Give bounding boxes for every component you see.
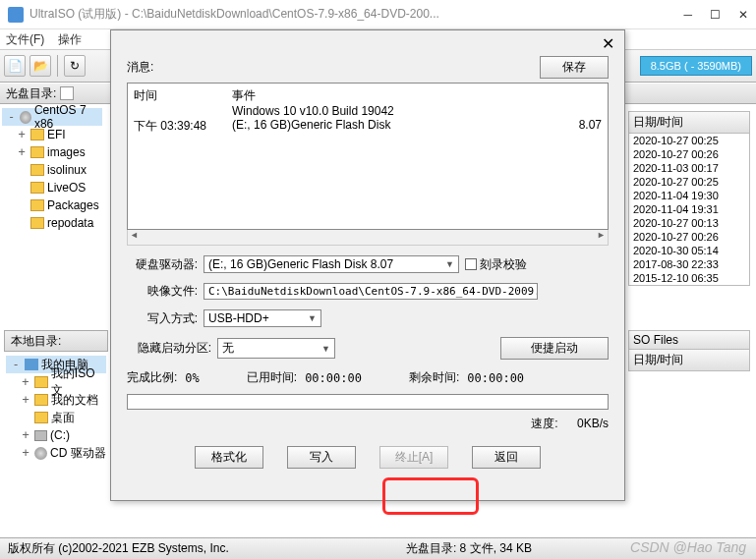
folder-icon [30, 129, 44, 140]
chevron-down-icon: ▼ [308, 313, 317, 323]
disk-panel-label: 光盘目录: [6, 85, 56, 102]
list-item[interactable]: 2017-08-30 22:33 [629, 257, 749, 271]
used-value: 00:00:00 [305, 371, 362, 385]
folder-icon [30, 182, 44, 194]
tree-root[interactable]: -CentOS 7 x86 [2, 108, 102, 126]
disk-stats: 光盘目录: 8 文件, 34 KB [406, 540, 532, 557]
log-area: 时间 事件 Windows 10 v10.0 Build 19042 下午 03… [127, 83, 609, 230]
tree-item-label: EFI [47, 128, 66, 141]
menu-ops[interactable]: 操作 [58, 31, 82, 48]
save-button[interactable]: 保存 [540, 56, 609, 79]
tool-refresh-icon[interactable]: ↻ [64, 55, 86, 77]
list-item[interactable]: 2020-11-03 00:17 [629, 161, 749, 175]
path-header: SO Files [628, 330, 750, 349]
disc-icon [20, 111, 31, 124]
remain-value: 00:00:00 [467, 371, 524, 385]
log-val: 8.07 [552, 118, 602, 135]
verify-checkbox[interactable]: 刻录校验 [465, 256, 527, 273]
copyright-text: 版权所有 (c)2002-2021 EZB Systems, Inc. [8, 540, 229, 557]
pc-icon [25, 359, 38, 370]
folder-icon [34, 412, 48, 423]
format-button[interactable]: 格式化 [195, 446, 263, 469]
folder-icon [30, 199, 44, 211]
minimize-button[interactable]: ─ [683, 8, 692, 22]
divider [57, 55, 58, 77]
log-event: Windows 10 v10.0 Build 19042 [232, 104, 602, 118]
size-indicator: 8.5GB ( - 3590MB) [640, 56, 752, 76]
method-value: USB-HDD+ [208, 311, 269, 325]
tree-item-label: isolinux [47, 163, 87, 177]
tree-item[interactable]: +我的文档 [6, 391, 106, 409]
local-tree: -我的电脑 +我的ISO文 +我的文档 桌面 +(C:) +CD 驱动器 [4, 352, 108, 466]
local-panel-header: 本地目录: [4, 330, 108, 352]
log-col-event: 事件 [232, 87, 256, 104]
folder-icon [30, 217, 44, 229]
dialog-close-button[interactable]: ✕ [602, 34, 614, 53]
date-column-header[interactable]: 日期/时间 [628, 111, 750, 134]
disk-tree: -CentOS 7 x86 +EFI +images isolinux Live… [0, 104, 104, 236]
list-item[interactable]: 2020-10-30 05:14 [629, 244, 749, 257]
write-button[interactable]: 写入 [287, 446, 356, 469]
date-column-header[interactable]: 日期/时间 [628, 349, 750, 371]
speed-value: 0KB/s [577, 417, 609, 430]
tree-item[interactable]: +images [2, 143, 102, 161]
back-button[interactable]: 返回 [472, 446, 541, 469]
tree-item[interactable]: repodata [2, 214, 102, 232]
watermark: CSDN @Hao Tang [630, 539, 746, 555]
drive-icon [34, 430, 47, 441]
tool-open-icon[interactable]: 📂 [29, 55, 51, 77]
tree-item[interactable]: LiveOS [2, 179, 102, 196]
hide-label: 隐藏启动分区: [127, 340, 211, 357]
list-item[interactable]: 2020-11-04 19:30 [629, 189, 749, 202]
tree-item-label: 桌面 [51, 410, 75, 426]
write-method-select[interactable]: USB-HDD+ ▼ [204, 309, 321, 327]
tree-item-label: CD 驱动器 [50, 445, 106, 462]
list-item[interactable]: 2015-12-10 06:35 [629, 271, 749, 285]
drive-label: 硬盘驱动器: [127, 256, 198, 273]
verify-label: 刻录校验 [480, 256, 527, 273]
tree-item[interactable]: +CD 驱动器 [6, 444, 106, 462]
done-value: 0% [185, 371, 199, 385]
log-event: (E:, 16 GB)Generic Flash Disk [232, 118, 552, 135]
log-time: 下午 03:39:48 [134, 118, 232, 135]
list-item[interactable]: 2020-10-27 00:26 [629, 147, 749, 161]
chevron-down-icon: ▼ [445, 259, 454, 269]
list-item[interactable]: 2020-11-04 19:31 [629, 202, 749, 216]
app-icon [8, 7, 24, 23]
abort-button: 终止[A] [379, 446, 448, 469]
drive-select[interactable]: (E:, 16 GB)Generic Flash Disk 8.07 ▼ [204, 255, 459, 273]
tree-item-label: 我的文档 [51, 392, 98, 409]
list-item[interactable]: 2020-10-27 00:26 [629, 230, 749, 244]
tree-item[interactable]: 桌面 [6, 409, 106, 426]
maximize-button[interactable]: ☐ [710, 8, 721, 22]
speed-label: 速度: [531, 417, 557, 430]
list-item[interactable]: 2020-10-27 00:25 [629, 134, 749, 147]
image-path-input[interactable]: C:\BaiduNetdiskDownload\CentOS-7.9-x86_6… [204, 283, 538, 300]
tree-item[interactable]: isolinux [2, 161, 102, 179]
folder-icon [30, 146, 44, 158]
tree-item[interactable]: +我的ISO文 [6, 373, 106, 391]
tree-item-label: Packages [47, 198, 99, 212]
annotation-highlight [382, 477, 479, 515]
panel-option-icon[interactable] [60, 86, 74, 100]
local-panel: 本地目录: -我的电脑 +我的ISO文 +我的文档 桌面 +(C:) +CD 驱… [4, 330, 108, 466]
list-item[interactable]: 2020-10-27 00:13 [629, 216, 749, 230]
log-scrollbar[interactable] [127, 230, 609, 246]
list-item[interactable]: 2020-10-27 00:25 [629, 175, 749, 189]
used-label: 已用时间: [247, 369, 297, 386]
log-time [134, 104, 232, 118]
menu-file[interactable]: 文件(F) [6, 31, 44, 48]
write-disk-dialog: ✕ 消息: 保存 时间 事件 Windows 10 v10.0 Build 19… [110, 29, 625, 501]
hide-partition-select[interactable]: 无 ▼ [217, 338, 335, 359]
close-button[interactable]: ✕ [738, 8, 748, 22]
window-title: UltraISO (试用版) - C:\BaiduNetdiskDownload… [29, 6, 683, 23]
remain-label: 剩余时间: [409, 369, 459, 386]
tool-new-icon[interactable]: 📄 [4, 55, 26, 77]
disc-icon [34, 447, 47, 460]
quick-boot-button[interactable]: 便捷启动 [500, 337, 609, 360]
tree-item[interactable]: +(C:) [6, 426, 106, 444]
tree-item-label: repodata [47, 216, 93, 230]
folder-icon [34, 376, 48, 388]
tree-item[interactable]: Packages [2, 196, 102, 214]
chevron-down-icon: ▼ [321, 344, 330, 354]
